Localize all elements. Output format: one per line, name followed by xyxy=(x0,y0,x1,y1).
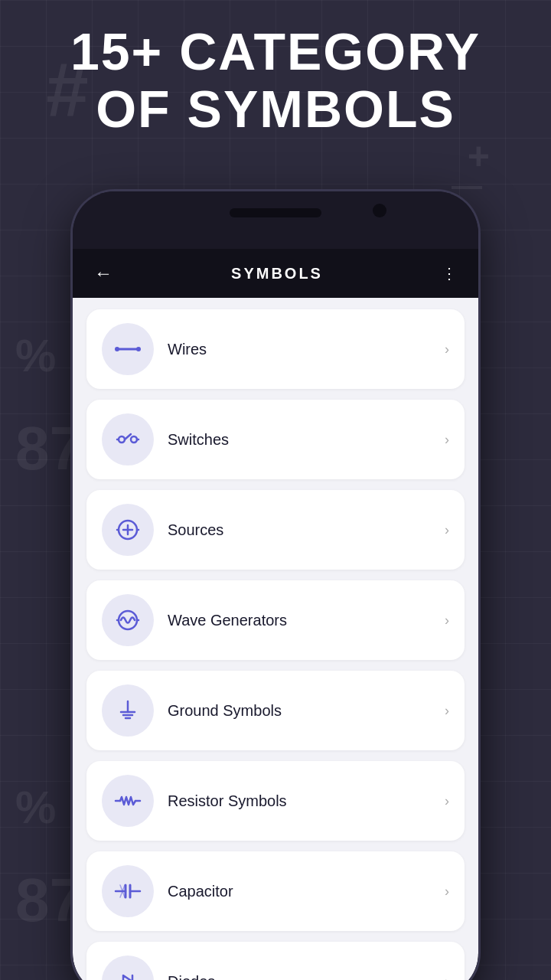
switches-label: Switches xyxy=(168,431,431,449)
wires-label: Wires xyxy=(168,341,431,358)
menu-button[interactable]: ⋮ xyxy=(435,258,463,289)
category-list: Wires › Switches › xyxy=(73,298,478,980)
resistor-icon xyxy=(114,787,142,815)
resistor-symbols-label: Resistor Symbols xyxy=(168,792,431,810)
header-area: 15+ CATEGORY OF SYMBOLS xyxy=(0,23,551,138)
list-item-wave-generators[interactable]: Wave Generators › xyxy=(86,580,465,660)
diodes-icon-wrap xyxy=(102,956,154,980)
switches-chevron: › xyxy=(445,432,449,448)
resistor-symbols-chevron: › xyxy=(445,793,449,809)
ground-icon xyxy=(114,697,142,724)
diodes-label: Diodes xyxy=(168,973,431,981)
sources-label: Sources xyxy=(168,521,431,539)
ground-symbols-label: Ground Symbols xyxy=(168,702,431,720)
phone-speaker xyxy=(230,208,321,217)
switch-icon xyxy=(114,426,142,453)
list-item-capacitor[interactable]: Capacitor › xyxy=(86,851,465,931)
resistor-symbols-icon-wrap xyxy=(102,775,154,827)
capacitor-label: Capacitor xyxy=(168,883,431,900)
capacitor-icon xyxy=(114,877,142,905)
list-item-sources[interactable]: Sources › xyxy=(86,490,465,570)
app-bar-title: SYMBOLS xyxy=(119,265,435,283)
svg-point-2 xyxy=(136,347,141,351)
phone-camera xyxy=(373,204,386,217)
list-item-resistor-symbols[interactable]: Resistor Symbols › xyxy=(86,761,465,841)
switches-icon-wrap xyxy=(102,413,154,466)
app-bar: ← SYMBOLS ⋮ xyxy=(73,249,478,298)
source-icon xyxy=(114,516,142,544)
list-item-ground-symbols[interactable]: Ground Symbols › xyxy=(86,671,465,750)
ground-symbols-chevron: › xyxy=(445,703,449,719)
capacitor-chevron: › xyxy=(445,884,449,900)
back-button[interactable]: ← xyxy=(88,256,119,290)
svg-line-5 xyxy=(125,434,131,439)
phone-device: ▾ ▾ ▮ 06:25 ← SYMBOLS ⋮ xyxy=(73,191,478,980)
wires-icon-wrap xyxy=(102,323,154,375)
wave-generators-chevron: › xyxy=(445,612,449,629)
wave-icon xyxy=(114,606,142,634)
phone-top-bar xyxy=(73,191,478,249)
svg-point-1 xyxy=(115,347,119,351)
diodes-chevron: › xyxy=(445,974,449,981)
capacitor-icon-wrap xyxy=(102,865,154,917)
list-item-switches[interactable]: Switches › xyxy=(86,400,465,479)
wires-chevron: › xyxy=(445,341,449,358)
wire-icon xyxy=(114,335,142,363)
svg-marker-30 xyxy=(123,975,132,980)
header-title: 15+ CATEGORY OF SYMBOLS xyxy=(0,23,551,138)
sources-chevron: › xyxy=(445,522,449,538)
wave-generators-label: Wave Generators xyxy=(168,612,431,629)
phone-content: Wires › Switches › xyxy=(73,298,478,980)
wave-generators-icon-wrap xyxy=(102,594,154,646)
sources-icon-wrap xyxy=(102,504,154,556)
ground-symbols-icon-wrap xyxy=(102,684,154,737)
list-item-wires[interactable]: Wires › xyxy=(86,309,465,389)
diode-icon xyxy=(114,968,142,980)
list-item-diodes[interactable]: Diodes › xyxy=(86,942,465,980)
